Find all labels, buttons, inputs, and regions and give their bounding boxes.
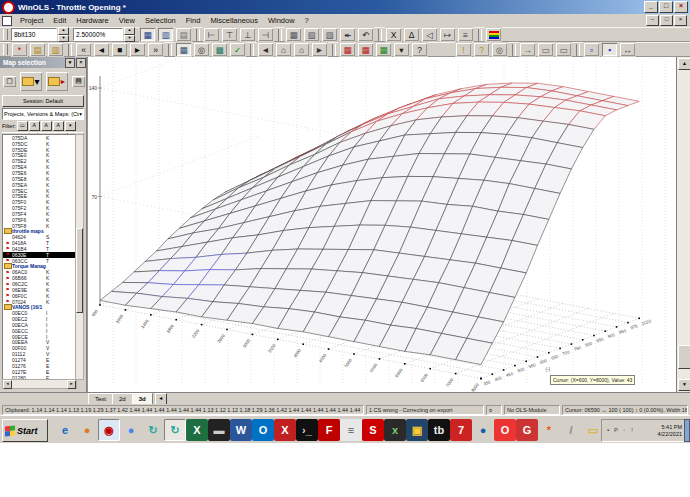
sync-active-icon[interactable]: ↻ xyxy=(164,419,186,441)
ruler-icon[interactable]: ✓ xyxy=(229,42,246,57)
red-x-app-icon[interactable]: X xyxy=(274,419,296,441)
menu-miscellaneous[interactable]: Miscellaneous xyxy=(205,15,263,26)
scrollbar-thumb[interactable] xyxy=(678,345,690,369)
sync-icon[interactable]: ↻ xyxy=(142,419,164,441)
home-alt-icon[interactable]: ⌂ xyxy=(293,42,310,57)
next-icon[interactable]: ► xyxy=(129,42,146,57)
mdi-child-icon[interactable] xyxy=(2,16,12,26)
triangle-left-icon[interactable]: ◁ xyxy=(421,27,438,42)
menu-edit[interactable]: Edit xyxy=(48,15,71,26)
selection-filled-icon[interactable]: ▪ xyxy=(601,42,618,57)
difference-map-icon[interactable]: ▦ xyxy=(357,42,374,57)
width-icon[interactable]: ↔ xyxy=(619,42,636,57)
menu-project[interactable]: Project xyxy=(15,15,48,26)
export-icon[interactable]: → xyxy=(519,42,536,57)
minimize-button[interactable]: _ xyxy=(644,1,658,13)
wallet-icon[interactable]: ▬ xyxy=(208,419,230,441)
version-folder-icon[interactable]: ▥ xyxy=(47,42,64,57)
excel-icon[interactable]: X xyxy=(186,419,208,441)
map-3d-view[interactable]: 7014060010001400180022002600300035004000… xyxy=(87,57,676,392)
filter-a-button[interactable]: A xyxy=(29,121,40,131)
filter-b-button[interactable]: A xyxy=(41,121,52,131)
filter-c-button[interactable]: A xyxy=(53,121,64,131)
dock-left-icon[interactable]: ⊢ xyxy=(203,27,220,42)
toolbar-grip[interactable] xyxy=(3,29,8,40)
photo-app-icon[interactable]: ▣ xyxy=(406,419,428,441)
menu-selection[interactable]: Selection xyxy=(140,15,181,26)
menu-window[interactable]: Window xyxy=(263,15,300,26)
pinwheel-icon[interactable]: x xyxy=(384,419,406,441)
cmd-icon[interactable]: ›_ xyxy=(296,419,318,441)
show-desktop-button[interactable] xyxy=(684,419,690,442)
help-icon[interactable]: ? xyxy=(411,42,428,57)
search-icon[interactable]: ◎ xyxy=(491,42,508,57)
delta-icon[interactable]: Δ xyxy=(403,27,420,42)
daisy-icon[interactable]: * xyxy=(538,419,560,441)
target-g-icon[interactable]: G xyxy=(516,419,538,441)
checksum-icon[interactable]: * xyxy=(11,42,28,57)
skype-red-icon[interactable]: S xyxy=(362,419,384,441)
word-icon[interactable]: W xyxy=(230,419,252,441)
dock-bottom-icon[interactable]: ⊥ xyxy=(239,27,256,42)
menu-[interactable]: ? xyxy=(300,15,314,26)
zoom-icon[interactable]: ◎ xyxy=(193,42,210,57)
grid-icon[interactable]: ▦ xyxy=(285,27,302,42)
project-folder-icon[interactable]: ▤ xyxy=(29,42,46,57)
menu-find[interactable]: Find xyxy=(181,15,206,26)
firefox-icon[interactable]: ● xyxy=(472,419,494,441)
panel-pin-button[interactable]: ▾ xyxy=(65,58,75,68)
mdi-minimize-button[interactable]: – xyxy=(646,15,659,26)
bookmark-help-icon[interactable]: ? xyxy=(473,42,490,57)
first-icon[interactable]: « xyxy=(75,42,92,57)
tray-icon-2[interactable]: P xyxy=(612,426,620,435)
clear-icon[interactable]: X xyxy=(385,27,402,42)
display-mode-spinner[interactable]: ▲▼ xyxy=(58,27,69,42)
jump-start-icon[interactable]: ↞ xyxy=(339,27,356,42)
zoom-factor-spinner[interactable]: ▲▼ xyxy=(124,27,135,42)
quicktime7-icon[interactable]: 7 xyxy=(450,419,472,441)
bookmark-icon[interactable]: ! xyxy=(455,42,472,57)
new-project-button[interactable]: ▢ xyxy=(2,75,17,88)
panel-vscrollbar[interactable] xyxy=(75,134,84,380)
menu-hardware[interactable]: Hardware xyxy=(71,15,114,26)
media-player-icon[interactable]: ● xyxy=(76,419,98,441)
opera-icon[interactable]: O xyxy=(494,419,516,441)
toolbar-grip[interactable] xyxy=(3,44,8,55)
panel-close-button[interactable]: × xyxy=(76,58,86,68)
scroll-right-icon[interactable]: ► xyxy=(67,380,76,389)
chart-vscrollbar[interactable]: ▲ ▼ xyxy=(676,57,690,392)
undo-icon[interactable]: ↶ xyxy=(357,27,374,42)
dock-right-icon[interactable]: ⊣ xyxy=(257,27,274,42)
display-mode-combo[interactable]: 8bit130 xyxy=(11,28,57,41)
view-3d-icon[interactable]: ▥ xyxy=(157,27,174,42)
import-file-button[interactable]: ► xyxy=(45,71,69,92)
notepad-icon[interactable]: ≡ xyxy=(340,419,362,441)
open-project-button[interactable]: ▾ xyxy=(19,71,43,92)
dock-top-icon[interactable]: ⊤ xyxy=(221,27,238,42)
copy-map-icon[interactable]: ▭ xyxy=(555,42,572,57)
tray-icon-4[interactable]: ! xyxy=(628,426,636,435)
filter-all-button[interactable]: ▭ xyxy=(17,121,28,131)
filezilla-icon[interactable]: F xyxy=(318,419,340,441)
stop-icon[interactable]: ■ xyxy=(111,42,128,57)
mdi-restore-button[interactable]: □ xyxy=(660,15,673,26)
outlook-icon[interactable]: O xyxy=(252,419,274,441)
selection-icon[interactable]: ▫ xyxy=(583,42,600,57)
prev-icon[interactable]: ◄ xyxy=(93,42,110,57)
panel-hscrollbar[interactable]: ◄ ► xyxy=(2,379,77,389)
table-view-icon[interactable]: ▦ xyxy=(175,42,192,57)
scroll-down-icon[interactable]: ▼ xyxy=(678,379,690,391)
grid-cols-icon[interactable]: ▨ xyxy=(321,27,338,42)
original-map-icon[interactable]: ▦ xyxy=(339,42,356,57)
start-button[interactable]: Start xyxy=(2,419,48,442)
ie-icon[interactable]: e xyxy=(54,419,76,441)
maximize-button[interactable]: □ xyxy=(659,1,673,13)
last-icon[interactable]: » xyxy=(147,42,164,57)
list-icon[interactable]: ≡ xyxy=(457,27,474,42)
color-bars-icon[interactable] xyxy=(485,27,502,42)
apply-icon[interactable]: ↦ xyxy=(439,27,456,42)
view-2d-icon[interactable]: ▦ xyxy=(139,27,156,42)
wrench-icon[interactable]: / xyxy=(560,419,582,441)
chrome-icon[interactable]: ● xyxy=(120,419,142,441)
prev-map-icon[interactable]: ◄ xyxy=(257,42,274,57)
